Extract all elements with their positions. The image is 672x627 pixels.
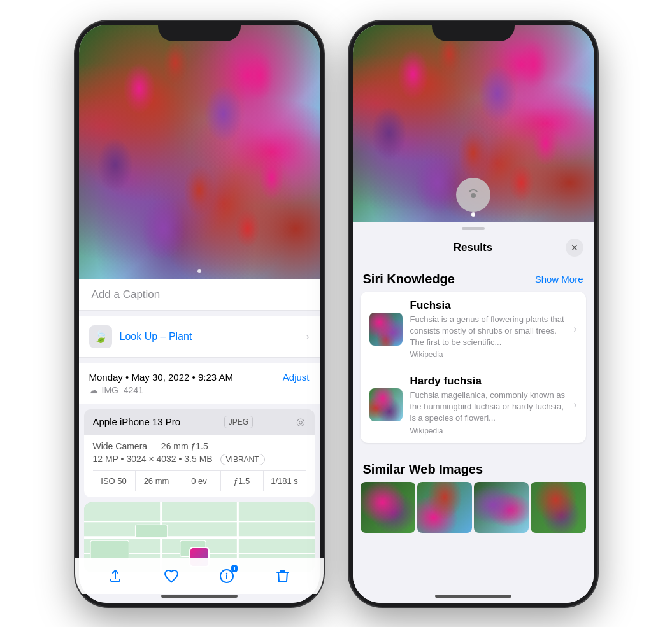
fuchsia-source: Wikipedia [410, 350, 566, 359]
similar-image-3[interactable] [474, 482, 529, 533]
similar-image-2[interactable] [417, 482, 472, 533]
svg-rect-7 [135, 525, 167, 537]
jpeg-badge: JPEG [224, 416, 253, 428]
lookup-chevron-icon: › [306, 331, 309, 342]
info-button[interactable]: i [217, 566, 237, 586]
fuchsia-thumbnail [369, 313, 403, 346]
left-phone-screen: Add a Caption 🍃 Look Up – Plant › Monday… [79, 25, 320, 603]
drag-handle-area[interactable] [353, 222, 594, 232]
toolbar: i [79, 558, 320, 594]
camera-model: Apple iPhone 13 Pro [93, 416, 181, 427]
camera-section: Apple iPhone 13 Pro JPEG ◎ Wide Camera —… [84, 409, 315, 497]
specs-row: 12 MP • 3024 × 4032 • 3.5 MB VIBRANT [93, 454, 306, 465]
camera-header: Apple iPhone 13 Pro JPEG ◎ [84, 409, 315, 435]
lens-label: Wide Camera — 26 mm ƒ1.5 [93, 441, 208, 451]
share-button[interactable] [105, 566, 125, 586]
filename-row: ☁ IMG_4241 [89, 385, 310, 395]
lookup-label: Look Up – [120, 331, 166, 342]
filename-label: IMG_4241 [102, 385, 143, 395]
hardy-name: Hardy fuchsia [410, 375, 566, 388]
aperture-value: ƒ1.5 [221, 471, 264, 491]
results-header: Results ✕ [353, 232, 594, 263]
svg-rect-6 [90, 540, 129, 560]
hardy-desc: Fuchsia magellanica, commonly known as t… [410, 390, 566, 425]
like-button[interactable] [161, 566, 182, 586]
cloud-icon: ☁ [89, 385, 98, 395]
camera-details: Wide Camera — 26 mm ƒ1.5 12 MP • 3024 × … [84, 435, 315, 497]
similar-grid [353, 482, 594, 533]
shutter-value: 1/181 s [264, 471, 306, 491]
siri-knowledge-title: Siri Knowledge [363, 272, 455, 286]
fuchsia-thumb-bg [369, 313, 403, 346]
lookup-subject: Plant [169, 331, 192, 342]
info-panel: Add a Caption 🍃 Look Up – Plant › Monday… [79, 279, 320, 603]
fuchsia-item[interactable]: Fuchsia Fuchsia is a genus of flowering … [361, 292, 586, 368]
iso-value: ISO 50 [93, 471, 136, 491]
date-row: Monday • May 30, 2022 • 9:23 AM Adjust [89, 372, 310, 383]
lookup-icon: 🍃 [89, 325, 112, 348]
close-button[interactable]: ✕ [566, 239, 583, 257]
similar-section: Similar Web Images [353, 453, 594, 533]
similar-title: Similar Web Images [363, 462, 483, 477]
flower-background [79, 25, 320, 279]
fuchsia-name: Fuchsia [410, 299, 566, 312]
lens-row: Wide Camera — 26 mm ƒ1.5 [93, 441, 306, 451]
home-bar [161, 595, 238, 598]
fuchsia-desc: Fuchsia is a genus of flowering plants t… [410, 314, 566, 349]
lookup-dot-indicator [471, 213, 475, 217]
right-phone: Results ✕ Siri Knowledge Show More [349, 21, 597, 607]
location-icon: ◎ [296, 416, 305, 428]
right-phone-notch [432, 21, 515, 41]
hardy-thumbnail [369, 388, 403, 421]
fuchsia-chevron-icon: › [573, 323, 576, 335]
delete-button[interactable] [273, 566, 293, 586]
hardy-chevron-icon: › [573, 399, 576, 411]
specs-label: 12 MP • 3024 × 4032 • 3.5 MB [93, 454, 213, 464]
show-more-button[interactable]: Show More [535, 274, 583, 285]
similar-image-1[interactable] [361, 482, 415, 533]
hardy-source: Wikipedia [410, 426, 566, 435]
knowledge-card: Fuchsia Fuchsia is a genus of flowering … [361, 292, 586, 443]
phone-notch [158, 21, 241, 41]
metadata-section: Monday • May 30, 2022 • 9:23 AM Adjust ☁… [79, 363, 320, 404]
similar-header: Similar Web Images [353, 453, 594, 482]
hardy-info: Hardy fuchsia Fuchsia magellanica, commo… [410, 375, 566, 435]
handle-bar [462, 227, 485, 230]
similar-image-4[interactable] [531, 482, 585, 533]
vibrant-badge: VIBRANT [220, 454, 265, 465]
adjust-button[interactable]: Adjust [283, 372, 310, 383]
focal-value: 26 mm [136, 471, 178, 491]
hardy-thumb-bg [369, 388, 403, 421]
svg-point-12 [471, 193, 476, 198]
right-phone-screen: Results ✕ Siri Knowledge Show More [353, 25, 594, 603]
date-label: Monday • May 30, 2022 • 9:23 AM [89, 372, 233, 383]
fuchsia-info: Fuchsia Fuchsia is a genus of flowering … [410, 299, 566, 360]
right-photo-area[interactable] [353, 25, 594, 222]
results-content: Siri Knowledge Show More Fuchsia Fuchsia… [353, 263, 594, 603]
right-home-bar [435, 595, 511, 598]
results-panel: Results ✕ Siri Knowledge Show More [353, 222, 594, 603]
exif-row: ISO 50 26 mm 0 ev ƒ1.5 1/181 s [93, 470, 306, 491]
lookup-row[interactable]: 🍃 Look Up – Plant › [79, 316, 320, 358]
results-title: Results [381, 241, 566, 254]
page-dot-indicator [197, 269, 201, 273]
siri-knowledge-header: Siri Knowledge Show More [353, 263, 594, 292]
caption-input[interactable]: Add a Caption [79, 279, 320, 311]
visual-lookup-button[interactable] [456, 178, 490, 212]
flower-overlay [79, 25, 320, 279]
hardy-fuchsia-item[interactable]: Hardy fuchsia Fuchsia magellanica, commo… [361, 367, 586, 443]
left-phone: Add a Caption 🍃 Look Up – Plant › Monday… [75, 21, 324, 607]
photo-area[interactable] [79, 25, 320, 279]
ev-value: 0 ev [178, 471, 221, 491]
lookup-text: Look Up – Plant [120, 331, 192, 342]
